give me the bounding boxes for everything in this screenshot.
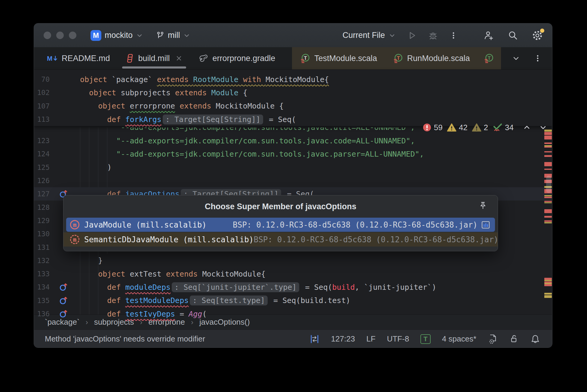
maximize-window-button[interactable] (69, 32, 76, 39)
indent-guide-widget-icon[interactable] (309, 334, 320, 344)
popup-items: mJavaModule (mill.scalalib)BSP: 0.12.0-R… (63, 217, 498, 247)
textmate-badge[interactable]: T (420, 334, 430, 344)
module-ring-dashed-icon: m (70, 235, 79, 244)
tab-label: TestModule.scala (314, 54, 377, 63)
scrollbar-thumb[interactable] (546, 176, 551, 193)
stripe-mark (544, 195, 552, 196)
line-number: 123 (34, 137, 50, 145)
window-controls (44, 32, 76, 39)
line-number: 133 (34, 270, 50, 278)
code-text: ) (80, 163, 112, 172)
stripe-mark (544, 162, 552, 166)
weak-warning-count-value: 2 (484, 123, 488, 132)
code-line[interactable]: 132} (34, 254, 552, 267)
close-icon[interactable] (175, 55, 183, 62)
code-text: } (80, 256, 103, 265)
settings-button[interactable] (532, 30, 543, 41)
stripe-mark (544, 216, 552, 218)
error-count[interactable]: 59 (423, 123, 443, 132)
tab-runmodule-scala[interactable]: T RunModule.scala (385, 47, 478, 69)
line-number: 70 (34, 75, 50, 83)
popup-item[interactable]: mJavaModule (mill.scalalib)BSP: 0.12.0-R… (66, 218, 495, 232)
code-text: def moduleDeps: Seq[`junit-jupiter`.type… (80, 283, 436, 292)
line-ending[interactable]: LF (366, 334, 375, 344)
code-editor[interactable]: "--add-exports=jdk.compiler/com.sun.tool… (34, 70, 552, 314)
popup-item-detail: BSP: 0.12.0-RC3-68-d5c638 (0.12.0-RC3-68… (233, 220, 478, 229)
line-number: 113 (34, 115, 50, 123)
file-encoding[interactable]: UTF-8 (387, 334, 409, 344)
chevron-up-icon[interactable] (523, 123, 531, 132)
kebab-menu-icon[interactable] (533, 54, 542, 63)
indent-setting[interactable]: 4 spaces* (442, 334, 476, 344)
code-line[interactable]: 70object `package` extends RootModule wi… (34, 73, 552, 86)
notification-dot (540, 29, 544, 33)
search-everywhere-button[interactable] (508, 30, 518, 41)
line-number: 129 (34, 217, 50, 225)
chevron-down-icon (389, 32, 396, 39)
passed-count[interactable]: 34 (492, 123, 514, 132)
minimize-window-button[interactable] (56, 32, 64, 39)
code-line[interactable]: 124"--add-exports=jdk.compiler/com.sun.t… (34, 147, 552, 161)
pin-icon[interactable] (478, 201, 487, 210)
code-line[interactable]: 136 def testIvyDeps = Agg( (34, 307, 552, 320)
popup-item[interactable]: mSemanticDbJavaModule (mill.scalalib)BSP… (63, 232, 498, 247)
tab-readme[interactable]: M README.md (39, 47, 118, 69)
chevron-down-icon[interactable] (539, 123, 547, 132)
override-method-icon[interactable] (59, 309, 68, 319)
run-button[interactable] (407, 31, 417, 40)
status-bar: Method 'javacOptions' needs override mod… (34, 329, 552, 348)
caret-position[interactable]: 127:23 (331, 334, 355, 344)
tab-testmodule-scala[interactable]: T TestModule.scala (292, 47, 385, 69)
git-branch-icon (156, 31, 165, 40)
unlock-icon[interactable] (509, 334, 519, 344)
project-name: mockito (105, 31, 133, 40)
line-number: 128 (34, 204, 50, 211)
code-text: object subprojects extends Module { (80, 88, 247, 97)
code-style-file-icon[interactable] (488, 334, 498, 344)
line-number: 125 (34, 164, 50, 171)
vcs-widget[interactable]: mill (156, 31, 190, 40)
chevron-down-icon[interactable] (512, 54, 520, 63)
more-actions-button[interactable] (449, 31, 458, 40)
code-line[interactable]: 135 def testModuleDeps: Seq[test.type] =… (34, 294, 552, 307)
titlebar: M mockito mill Current File (34, 23, 552, 47)
code-text: "--add-exports=jdk.compiler/com.sun.tool… (80, 150, 424, 158)
warning-count[interactable]: 42 (447, 123, 468, 132)
inspections-widget[interactable]: 59 42 2 34 (423, 121, 547, 133)
tab-label: README.md (62, 54, 110, 63)
svg-text:T: T (397, 55, 400, 61)
tab-errorprone-gradle[interactable]: errorprone.gradle (190, 47, 283, 69)
code-text: def forkArgs: Target[Seq[String]] = Seq( (80, 115, 296, 124)
code-line[interactable]: 107object errorprone extends MockitoModu… (34, 100, 552, 113)
weak-warning-count[interactable]: 2 (472, 123, 488, 132)
code-line[interactable]: 123"--add-exports=jdk.compiler/com.sun.t… (34, 134, 552, 147)
popup-title: Choose Super Member of javacOptions (63, 202, 498, 211)
code-line[interactable]: 125) (34, 161, 552, 174)
override-method-icon[interactable] (59, 296, 68, 305)
project-widget[interactable]: M mockito (91, 30, 143, 41)
bell-icon[interactable] (530, 334, 540, 344)
markdown-icon: M (47, 54, 58, 63)
code-line[interactable]: 133object extTest extends MockitoModule{ (34, 267, 552, 280)
status-widgets: 127:23 LF UTF-8 T 4 spaces* (309, 334, 552, 344)
play-icon (407, 31, 417, 40)
override-method-icon[interactable] (59, 282, 68, 292)
debug-button[interactable] (428, 31, 438, 40)
warning-count-value: 42 (459, 123, 468, 132)
code-with-me-button[interactable] (484, 30, 494, 41)
svg-text:T: T (304, 55, 307, 61)
close-window-button[interactable] (44, 32, 51, 39)
tab-label: build.mill (138, 54, 170, 63)
sticky-lines-panel: 70object `package` extends RootModule wi… (34, 70, 552, 126)
svg-text:T: T (488, 55, 491, 61)
stripe-mark (544, 202, 552, 203)
code-line[interactable]: 126 (34, 174, 552, 187)
tab-build-mill[interactable]: build.mill (118, 47, 190, 69)
run-configuration-selector[interactable]: Current File (343, 31, 396, 40)
tab-partial[interactable]: T (478, 47, 501, 69)
add-user-icon (484, 30, 494, 41)
code-line[interactable]: 134 def moduleDeps: Seq[`junit-jupiter`.… (34, 280, 552, 294)
code-text: object extTest extends MockitoModule{ (80, 270, 266, 278)
code-line[interactable]: 102object subprojects extends Module { (34, 86, 552, 99)
line-number: 127 (34, 190, 50, 198)
